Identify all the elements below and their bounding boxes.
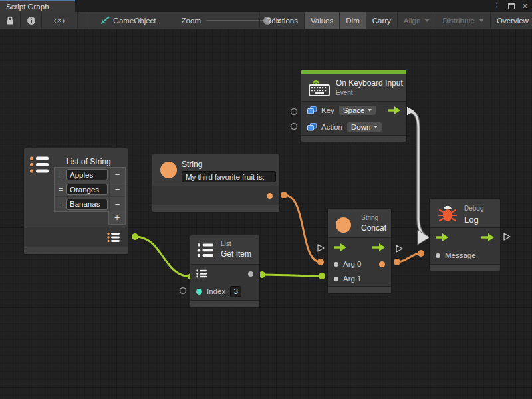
drag-handle-icon[interactable]: = [55,185,66,194]
action-dropdown[interactable]: Down [347,122,382,132]
node-footer [430,264,500,271]
flow-in-arrow-icon[interactable] [334,243,346,251]
gameobject-target[interactable]: GameObject [94,12,162,29]
node-title: Get Item [221,249,251,259]
code-view-button[interactable]: ‹×› [42,12,78,29]
drag-handle-icon[interactable]: = [55,200,66,209]
info-icon [27,16,36,25]
zoom-slider[interactable] [206,20,267,21]
node-header: Debug Log [430,199,500,228]
message-label: Message [445,251,476,259]
inspector-button[interactable] [21,12,42,29]
dim-button[interactable]: Dim [339,12,365,29]
index-label: Index [207,287,225,295]
index-input-port[interactable] [196,289,202,295]
node-body: Message [430,228,500,264]
maximize-icon[interactable] [508,3,515,9]
node-header: String Concat [328,209,391,238]
node-body [152,186,279,205]
more-vertical-icon[interactable]: ⋮ [493,3,501,10]
index-field[interactable]: 3 [230,286,241,297]
remove-item-button[interactable]: − [109,168,125,182]
toolbar-toggles: Relations Values Dim Carry Align Distrib… [259,12,532,29]
key-value: Space [343,106,365,114]
list-icon [197,243,214,258]
tab-script-graph[interactable]: Script Graph [0,0,75,12]
chevron-down-icon [368,109,372,112]
string-type-icon [160,162,177,178]
string-value-field[interactable]: My third favorite fruit is: [182,171,276,182]
node-body: Index 3 [190,265,259,300]
string-output-port[interactable] [267,193,273,199]
values-button[interactable]: Values [304,12,339,29]
chevron-down-icon [479,19,484,22]
key-label: Key [321,106,334,114]
string-type-icon [336,217,351,233]
remove-item-button[interactable]: − [109,182,125,196]
add-item-button[interactable]: + [108,211,126,225]
node-subtitle: Event [336,89,353,96]
flow-out-arrow-icon[interactable] [372,243,385,251]
node-string-literal[interactable]: String My third favorite fruit is: [152,154,280,213]
list-item-field[interactable]: Oranges [66,184,108,195]
message-input-port[interactable] [436,253,440,258]
graph-toolbar: ‹×› GameObject Zoom 1x Relations Values … [0,12,532,29]
node-footer [152,205,279,212]
lock-button[interactable] [0,12,21,29]
close-icon[interactable]: ✕ [522,3,528,10]
carry-button[interactable]: Carry [366,12,397,29]
node-body: Key Space Action Down [301,102,406,135]
arg1-row: Arg 1 [328,271,391,286]
gameobject-label: GameObject [113,17,156,25]
action-label: Action [321,123,342,131]
code-icon: ‹×› [54,16,66,25]
flow-out-arrow-icon[interactable] [388,106,400,114]
list-input-port[interactable] [196,269,207,278]
flow-in-arrow-icon[interactable] [436,233,448,241]
node-debug-log[interactable]: Debug Log Message [429,198,501,271]
node-list-of-string[interactable]: List of String = Apples − = Oranges − = … [23,148,128,255]
arg0-row: Arg 0 [328,257,391,271]
list-editor: = Apples − = Oranges − = Bananas − [54,167,126,212]
node-header: On Keyboard Input Event [301,74,406,102]
node-concat[interactable]: String Concat Arg 0 Arg 1 [327,208,392,294]
chevron-down-icon [374,126,378,128]
node-body [24,227,128,247]
list-input-row [190,265,259,283]
arg0-label: Arg 0 [343,260,362,268]
node-category: String [361,214,378,221]
result-output-port[interactable] [379,261,385,267]
flow-row [430,228,500,247]
arg1-label: Arg 1 [343,275,362,283]
item-output-port[interactable] [248,271,253,277]
list-item-field[interactable]: Bananas [66,199,108,210]
flow-out-arrow-icon[interactable] [481,233,494,241]
flow-row [328,238,391,257]
drag-handle-icon[interactable]: = [55,170,66,180]
script-graph-window: Script Graph ⋮ ✕ ‹×› [0,0,532,399]
node-footer [328,286,391,293]
list-output-port[interactable] [107,232,120,243]
index-row: Index 3 [190,283,259,300]
node-title: Log [464,215,479,225]
relations-button[interactable]: Relations [259,12,304,29]
overview-button[interactable]: Overview [490,12,532,29]
node-footer [190,300,259,307]
node-header: List of String = Apples − = Oranges − = … [24,148,128,227]
remove-item-button[interactable]: − [109,197,125,211]
list-item-field[interactable]: Apples [66,169,108,180]
arg1-input-port[interactable] [334,277,338,281]
graph-pointer-icon [100,16,110,25]
node-footer [24,247,128,254]
key-dropdown[interactable]: Space [339,106,376,115]
node-on-keyboard-input[interactable]: On Keyboard Input Event Key Space [301,69,407,142]
arg0-input-port[interactable] [334,262,338,267]
tab-title: Script Graph [6,3,49,11]
node-title: List of String [66,157,111,166]
key-row: Key Space [301,102,406,118]
node-title: Concat [361,223,386,233]
node-get-item[interactable]: List Get Item Index 3 [190,235,260,308]
action-field-icon [307,123,317,131]
node-footer [301,135,406,142]
node-category: List [221,240,231,247]
